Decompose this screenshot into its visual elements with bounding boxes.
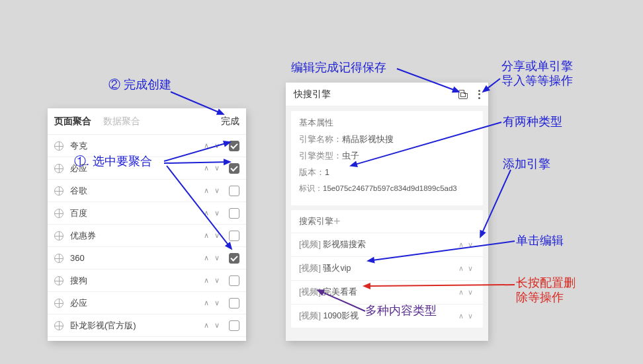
left-screen: 页面聚合 数据聚合 完成 夸克 ∧ ∨ 必应 ∧ ∨ 谷歌 ∧ ∨ 百度 [48,108,246,341]
add-icon[interactable]: + [333,215,341,229]
content-tag: [视频] [299,310,321,322]
field-label: 标识： [299,184,323,192]
annotation: 除等操作 [516,289,564,305]
checkbox[interactable] [229,298,239,309]
field-value: 1 [325,168,329,177]
engine-label: 卧龙影视(官方版) [70,320,201,332]
engine-name: 影视猫搜索 [323,239,366,250]
engine-type-row[interactable]: 引擎类型：虫子 [299,151,475,162]
list-item[interactable]: 搜狗 ∧ ∨ [48,270,246,292]
globe-icon [54,254,64,263]
chevron-up-icon[interactable]: ∧ [204,254,209,262]
reorder-controls[interactable]: ∧ ∨ [456,288,475,297]
annotation: ①. 选中要聚合 [74,153,152,169]
chevron-down-icon[interactable]: ∨ [214,164,220,172]
chevron-up-icon[interactable]: ∧ [204,231,209,240]
list-item[interactable]: 谷歌 ∧ ∨ [48,180,246,202]
list-item[interactable]: 卧龙影视(官方版) ∧ ∨ [48,314,246,337]
field-value: 15e075c24677b597c834d9d1899c5ad3 [323,184,457,192]
chevron-up-icon[interactable]: ∧ [204,186,209,195]
field-value: 虫子 [342,151,359,161]
globe-icon [54,141,64,151]
chevron-down-icon[interactable]: ∨ [214,209,220,217]
annotation: 有两种类型 [503,114,562,129]
annotation: 分享或单引擎 [501,58,573,74]
reorder-controls[interactable]: ∧ ∨ [201,299,222,307]
annotation: 长按配置删 [516,275,576,291]
checkbox[interactable] [229,186,239,196]
globe-icon [54,209,64,218]
annotation: 多种内容类型 [365,303,437,318]
reorder-controls[interactable]: ∧ ∨ [201,321,222,330]
chevron-down-icon[interactable]: ∨ [214,254,220,262]
checkbox[interactable] [229,275,239,286]
checkbox[interactable] [229,208,239,219]
engine-name: 1090影视 [323,310,359,322]
globe-icon [54,164,64,173]
annotation: 编辑完成记得保存 [291,59,386,75]
reorder-controls[interactable]: ∧ ∨ [201,164,222,172]
annotation: 单击编辑 [516,233,564,248]
section-title: 搜索引擎 [299,215,333,227]
reorder-controls[interactable]: ∧ ∨ [456,264,475,273]
search-engine-item[interactable]: [视频] 骚火vip ∧ ∨ [291,256,483,280]
version-row[interactable]: 版本：1 [299,167,475,178]
tab-data-aggregate[interactable]: 数据聚合 [103,116,140,127]
list-item[interactable]: 必应 ∧ ∨ [48,292,246,314]
chevron-up-icon[interactable]: ∧ [204,276,209,285]
chevron-up-icon[interactable]: ∧ [458,288,464,297]
section-title: 基本属性 [299,118,475,129]
reorder-controls[interactable]: ∧ ∨ [201,276,222,285]
chevron-down-icon[interactable]: ∨ [468,264,473,273]
engine-label: 必应 [70,297,201,309]
id-row[interactable]: 标识：15e075c24677b597c834d9d1899c5ad3 [299,184,475,194]
globe-icon [54,231,64,240]
chevron-up-icon[interactable]: ∧ [204,299,209,307]
reorder-controls[interactable]: ∧ ∨ [201,254,222,262]
globe-icon [54,276,64,285]
search-engines-header: 搜索引擎 + [291,210,483,233]
field-label: 版本： [299,168,325,177]
chevron-up-icon[interactable]: ∧ [458,312,464,320]
annotation: ② 完成创建 [108,77,171,92]
list-item[interactable]: 动漫010 ∧ ∨ [48,337,246,341]
globe-icon [54,299,64,308]
chevron-up-icon[interactable]: ∧ [204,321,209,330]
engine-label: 百度 [70,207,201,219]
chevron-down-icon[interactable]: ∨ [468,288,473,297]
checkbox[interactable] [229,253,239,264]
reorder-controls[interactable]: ∧ ∨ [456,312,475,320]
engine-label: 360 [70,253,201,263]
chevron-down-icon[interactable]: ∨ [214,321,220,330]
engine-label: 优惠券 [70,230,201,242]
engine-name-row[interactable]: 引擎名称：精品影视快搜 [299,134,475,145]
chevron-down-icon[interactable]: ∨ [214,186,220,195]
globe-icon [54,186,64,196]
field-value: 精品影视快搜 [342,135,394,144]
tab-page-aggregate[interactable]: 页面聚合 [54,116,91,127]
chevron-up-icon[interactable]: ∧ [204,164,209,172]
engine-name: 骚火vip [323,263,351,274]
search-engine-item[interactable]: [视频] 影视猫搜索 ∧ ∨ [291,233,483,256]
chevron-up-icon[interactable]: ∧ [458,264,464,273]
engine-name: 完美看看 [323,287,357,298]
chevron-down-icon[interactable]: ∨ [214,276,220,285]
content-tag: [视频] [299,263,321,274]
list-item[interactable]: 360 ∧ ∨ [48,247,246,270]
annotation: 导入等等操作 [501,73,573,89]
checkbox[interactable] [229,320,239,331]
globe-icon [54,321,64,330]
page-title: 快搜引擎 [294,89,331,100]
list-item[interactable]: 百度 ∧ ∨ [48,202,246,225]
chevron-down-icon[interactable]: ∨ [214,299,220,307]
field-label: 引擎名称： [299,135,342,144]
checkbox[interactable] [229,231,239,241]
engine-label: 搜狗 [70,275,201,287]
content-tag: [视频] [299,239,321,250]
chevron-down-icon[interactable]: ∨ [468,312,473,320]
field-label: 引擎类型： [299,151,342,161]
basic-attributes-card: 基本属性 引擎名称：精品影视快搜 引擎类型：虫子 版本：1 标识：15e075c… [291,111,483,205]
engine-label: 夸克 [70,140,201,152]
reorder-controls[interactable]: ∧ ∨ [201,186,222,195]
